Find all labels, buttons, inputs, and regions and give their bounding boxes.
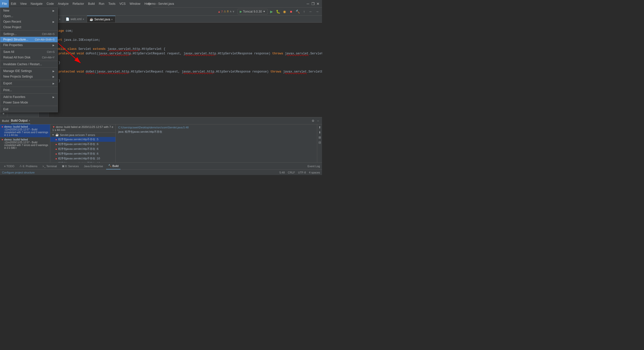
menu-item-power-save[interactable]: Power Save Mode <box>0 100 58 105</box>
menu-build[interactable]: Build <box>86 0 97 8</box>
build-err-2[interactable]: ● 程序包javax.servlet.http不存在 :6 <box>50 147 115 151</box>
build-entry-1[interactable]: ● demo: build failed □[1m2020/11/25 12:5… <box>0 124 50 137</box>
menu-run[interactable]: Run <box>97 0 106 8</box>
menu-refactor[interactable]: Refactor <box>71 0 86 8</box>
encoding[interactable]: UTF-8 <box>298 171 306 174</box>
profile-button[interactable]: ◉ <box>282 9 287 14</box>
tab-terminal[interactable]: >_ Terminal <box>41 163 59 169</box>
menu-item-settings[interactable]: Settings... Ctrl+Alt+S <box>0 31 58 37</box>
menu-item-reload[interactable]: Reload All from Disk Ctrl+Alt+Y <box>0 55 58 60</box>
build-output-tab[interactable]: Build Output × <box>11 117 30 124</box>
error-message: java: 程序包javax.servlet.http不存在 <box>118 130 314 134</box>
build-entry-detail-1: □[1m2020/11/25 12:57 - Build completed w… <box>4 128 49 136</box>
build-err-0[interactable]: ● 程序包javax.servlet.http不存在 :5 <box>50 137 115 142</box>
err-icon-2: ● <box>55 148 57 151</box>
indent-setting[interactable]: 4 spaces <box>309 171 320 174</box>
cursor-position[interactable]: 5:48 <box>279 171 285 174</box>
menu-edit[interactable]: Edit <box>9 0 18 8</box>
tab-build[interactable]: 🔨 Build <box>106 163 120 169</box>
restore-button[interactable]: ❐ <box>311 2 315 6</box>
build-right-icons: ⬆ ⬇ ⊞ ⊟ <box>317 124 322 162</box>
menu-vcs[interactable]: VCS <box>117 0 128 8</box>
tab-java-enterprise[interactable]: Java Enterprise <box>82 163 105 169</box>
tab-close-webxml[interactable]: × <box>83 18 84 21</box>
build-scroll-down-icon[interactable]: ⬇ <box>318 130 322 134</box>
minimize-button[interactable]: ─ <box>306 2 310 6</box>
project-structure-shortcut: Ctrl+Alt+Shift+S <box>35 38 55 41</box>
file-dropdown-menu: New ▶ Open... Open Recent ▶ Close Projec… <box>0 8 58 112</box>
line-ending[interactable]: CRLF <box>288 171 295 174</box>
separator-4 <box>0 67 58 68</box>
debug-button[interactable]: 🐛 <box>275 9 281 14</box>
error-warning-badge: ▲ 7 ⚠ 8 ∧ ∨ <box>218 10 234 13</box>
build-err-3[interactable]: ● 程序包javax.servlet.http不存在 :6 <box>50 151 115 156</box>
build-minimize-icon[interactable]: − <box>316 119 320 123</box>
build-content: ● demo: build failed □[1m2020/11/25 12:5… <box>0 124 322 162</box>
tab-web-xml[interactable]: 📄 web.xml × <box>63 16 87 22</box>
configure-project-text[interactable]: Configure project structure <box>2 171 35 174</box>
build-expand-icon[interactable]: ⊞ <box>318 135 322 139</box>
menu-navigate[interactable]: Navigate <box>29 0 45 8</box>
save-all-shortcut: Ctrl+S <box>47 50 55 53</box>
build-settings-icon[interactable]: ⚙ <box>311 119 315 123</box>
close-button[interactable]: ✕ <box>316 2 320 6</box>
error-icon-2: ● <box>2 138 3 141</box>
tab-todo[interactable]: ≡ TODO <box>2 163 16 169</box>
event-log-icon[interactable]: Event Log <box>307 165 320 168</box>
error-file-link[interactable]: C:\Users\qcswei\Desktop\demo\src\com\Ser… <box>118 126 314 129</box>
err-icon-1: ● <box>55 143 57 146</box>
tab-icon-java: ☕ <box>90 18 93 21</box>
build-collapse-icon[interactable]: ⊟ <box>318 141 322 145</box>
menu-item-open-recent[interactable]: Open Recent ▶ <box>0 19 58 24</box>
build-middle-pane: ▼ demo: build failed at 2020/11/25 12:57… <box>50 124 116 162</box>
tab-services[interactable]: ▣ 8: Services <box>60 163 81 169</box>
forward-button[interactable]: → <box>314 9 320 14</box>
editor-area: 📄 index.jsp × 📄 web.xml × ☕ Servlet.java… <box>39 16 322 117</box>
build-mid-title: ▼ demo: build failed at 2020/11/25 12:57… <box>50 124 115 133</box>
menu-item-open[interactable]: Open... <box>0 13 58 19</box>
menu-analyze[interactable]: Analyze <box>56 0 71 8</box>
run-button[interactable]: ▶ <box>269 9 274 14</box>
menu-item-new[interactable]: New ▶ <box>0 8 58 13</box>
menu-window[interactable]: Window <box>128 0 142 8</box>
menu-item-new-projects-settings[interactable]: New Projects Settings ▶ <box>0 74 58 79</box>
code-content[interactable]: package com; import java.io.IOException;… <box>49 23 322 117</box>
build-label: Build <box>2 119 9 122</box>
menu-item-exit[interactable]: Exit <box>0 107 58 112</box>
menu-item-export[interactable]: Export ▶ <box>0 81 58 86</box>
build-tab-close[interactable]: × <box>29 119 30 122</box>
menu-item-save-all[interactable]: Save All Ctrl+S <box>0 49 58 55</box>
menu-file[interactable]: File <box>0 0 9 8</box>
menu-tools[interactable]: Tools <box>106 0 117 8</box>
tab-close-servletjava[interactable]: × <box>111 18 113 21</box>
run-config-dropdown[interactable]: ▶ Tomcat 9.0.30 ▼ <box>237 9 268 14</box>
tab-problems[interactable]: ⚠ 6: Problems <box>17 163 39 169</box>
title-bar: File Edit View Navigate Code Analyze Ref… <box>0 0 322 8</box>
menu-item-invalidate[interactable]: Invalidate Caches / Restart... <box>0 61 58 67</box>
build-mid-file[interactable]: ▼ ☕ Servlet.java src\com 7 errors <box>50 133 115 137</box>
build-entry-2[interactable]: ● demo: build failed □[1m2020/11/25 12:5… <box>0 137 50 150</box>
err-icon-4: ● <box>55 157 57 160</box>
menu-code[interactable]: Code <box>45 0 56 8</box>
stop-button[interactable]: ■ <box>288 9 294 14</box>
build-project-button[interactable]: 🔨 <box>295 9 300 14</box>
manage-ide-arrow: ▶ <box>53 70 55 73</box>
menu-item-manage-ide[interactable]: Manage IDE Settings ▶ <box>0 68 58 74</box>
separator-6 <box>0 87 58 87</box>
build-scroll-up-icon[interactable]: ⬆ <box>318 125 322 129</box>
menu-item-close-project[interactable]: Close Project <box>0 24 58 30</box>
back-button[interactable]: ← <box>308 9 313 14</box>
build-err-4[interactable]: ● 程序包javax.servlet.http不存在 :10 <box>50 156 115 161</box>
tab-servlet-java[interactable]: ☕ Servlet.java × <box>87 16 115 22</box>
menu-item-print[interactable]: Print... <box>0 87 58 93</box>
file-props-arrow: ▶ <box>53 44 55 47</box>
build-err-5[interactable]: ● 程序包javax.servlet.http不存在 :10 <box>50 161 115 162</box>
menu-item-project-structure[interactable]: Project Structure... Ctrl+Alt+Shift+S <box>0 37 58 42</box>
tab-close-indexjsp[interactable]: × <box>59 18 60 21</box>
menu-item-file-properties[interactable]: File Properties ▶ <box>0 42 58 48</box>
update-button[interactable]: ↑ <box>301 9 307 14</box>
menu-item-add-favorites[interactable]: Add to Favorites ▶ <box>0 94 58 100</box>
menu-view[interactable]: View <box>18 0 29 8</box>
build-err-1[interactable]: ● 程序包javax.servlet.http不存在 :6 <box>50 142 115 147</box>
build-right-pane: C:\Users\qcswei\Desktop\demo\src\com\Ser… <box>116 124 317 162</box>
